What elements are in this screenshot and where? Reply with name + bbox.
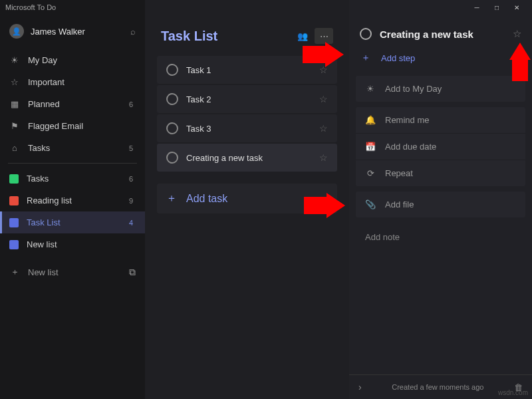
title-bar: Microsoft To Do ─ □ ✕ (0, 0, 532, 15)
profile-name: James Walker (31, 27, 124, 37)
profile-row[interactable]: 👤 James Walker ⌕ (0, 19, 145, 44)
task-list: Task 1☆ Task 2☆ Task 3☆ Creating a new t… (145, 56, 349, 172)
task-row-selected[interactable]: Creating a new task☆ (157, 144, 337, 172)
add-file-button[interactable]: 📎Add file (356, 192, 525, 217)
annotation-arrow (304, 193, 345, 218)
more-icon: ⋯ (320, 31, 329, 41)
list-title: Task List (161, 29, 293, 44)
sun-icon: ☀ (365, 84, 376, 94)
detail-panel: Creating a new task ☆ ＋ Add step ☀Add to… (349, 0, 532, 399)
task-checkbox[interactable] (166, 64, 178, 76)
list-color-icon (9, 196, 19, 205)
repeat-icon: ⟳ (365, 168, 376, 178)
add-step-button[interactable]: ＋ Add step (349, 47, 532, 73)
sidebar-item-tasks[interactable]: ⌂Tasks5 (0, 137, 145, 159)
new-list-row[interactable]: ＋ New list ⧉ (0, 259, 145, 285)
plus-icon: ＋ (360, 52, 372, 64)
person-add-icon: 👥 (297, 31, 308, 41)
detail-header: Creating a new task ☆ (349, 19, 532, 47)
task-checkbox[interactable] (360, 28, 372, 40)
attachment-icon: 📎 (365, 200, 376, 209)
bell-icon: 🔔 (365, 115, 376, 125)
calendar-icon: 📅 (365, 142, 376, 152)
watermark: wsdn.com (498, 389, 528, 396)
list-color-icon (9, 240, 19, 249)
detail-title[interactable]: Creating a new task (380, 29, 505, 40)
svg-marker-2 (304, 193, 345, 218)
list-color-icon (9, 218, 19, 227)
svg-marker-0 (303, 42, 344, 67)
minimize-button[interactable]: ─ (467, 0, 487, 15)
star-icon[interactable]: ☆ (319, 94, 328, 104)
search-icon[interactable]: ⌕ (130, 27, 136, 37)
smart-lists: ☀My Day ☆Important ▦Planned6 ⚑Flagged Em… (0, 49, 145, 159)
sidebar: 👤 James Walker ⌕ ☀My Day ☆Important ▦Pla… (0, 0, 145, 399)
star-icon[interactable]: ☆ (319, 123, 328, 134)
created-text: Created a few moments ago (368, 383, 507, 391)
sidebar-item-myday[interactable]: ☀My Day (0, 49, 145, 71)
app-title: Microsoft To Do (5, 3, 467, 11)
sidebar-item-important[interactable]: ☆Important (0, 71, 145, 93)
star-icon: ☆ (9, 77, 20, 87)
close-button[interactable]: ✕ (507, 0, 527, 15)
plus-icon: ＋ (166, 192, 177, 205)
task-row[interactable]: Task 2☆ (157, 85, 337, 113)
avatar: 👤 (9, 24, 24, 39)
task-checkbox[interactable] (166, 152, 178, 164)
repeat-button[interactable]: ⟳Repeat (356, 160, 525, 186)
sun-icon: ☀ (9, 55, 20, 65)
window-controls: ─ □ ✕ (467, 0, 527, 15)
list-item[interactable]: Reading list9 (0, 190, 145, 211)
new-group-icon[interactable]: ⧉ (129, 267, 136, 278)
star-icon[interactable]: ☆ (319, 152, 328, 163)
list-color-icon (9, 174, 19, 184)
maximize-button[interactable]: □ (487, 0, 507, 15)
sidebar-item-flagged[interactable]: ⚑Flagged Email (0, 115, 145, 137)
annotation-arrow (303, 42, 344, 67)
svg-marker-1 (509, 43, 531, 81)
due-date-button[interactable]: 📅Add due date (356, 133, 525, 160)
task-row[interactable]: Task 3☆ (157, 114, 337, 142)
calendar-icon: ▦ (9, 99, 20, 109)
list-item-active[interactable]: Task List4 (0, 211, 145, 233)
annotation-arrow (509, 43, 531, 81)
add-to-myday-button[interactable]: ☀Add to My Day (356, 76, 525, 102)
star-icon[interactable]: ☆ (513, 28, 521, 40)
home-icon: ⌂ (9, 143, 20, 153)
divider (8, 163, 137, 164)
hide-detail-button[interactable]: › (358, 382, 362, 392)
plus-icon: ＋ (9, 266, 20, 278)
list-item[interactable]: New list (0, 233, 145, 255)
task-checkbox[interactable] (166, 122, 178, 134)
user-lists: Tasks6 Reading list9 Task List4 New list (0, 168, 145, 255)
flag-icon: ⚑ (9, 121, 20, 131)
sidebar-item-planned[interactable]: ▦Planned6 (0, 93, 145, 115)
list-item[interactable]: Tasks6 (0, 168, 145, 190)
task-checkbox[interactable] (166, 93, 178, 105)
remind-me-button[interactable]: 🔔Remind me (356, 107, 525, 133)
note-input[interactable]: Add note (356, 223, 525, 372)
